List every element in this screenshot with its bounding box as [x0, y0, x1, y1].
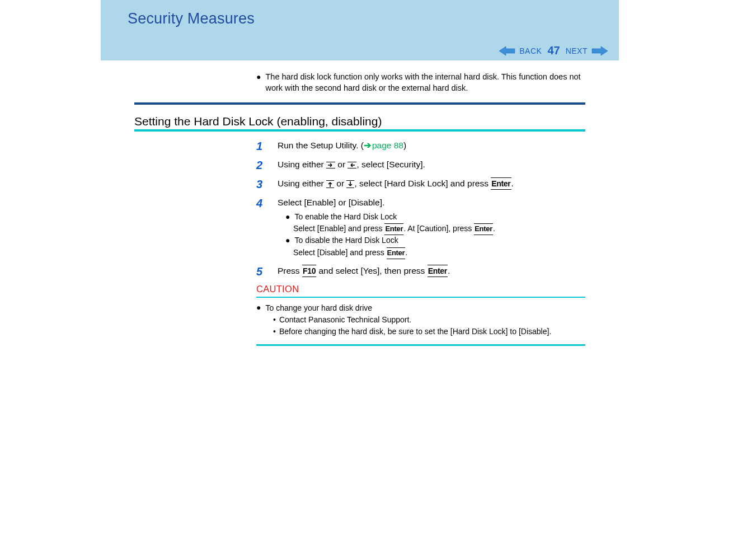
caution-label: CAUTION	[256, 284, 608, 294]
step-text: and select [Yes], then press	[316, 266, 427, 275]
step-text: Using either	[278, 179, 326, 188]
step-text: Select [Enable] and press	[293, 224, 384, 233]
step-5: 5 Press F10 and select [Yes], then press…	[256, 265, 585, 278]
divider-cyan	[134, 129, 585, 132]
step-number: 5	[256, 265, 278, 278]
bullet-icon: ●	[285, 235, 290, 246]
bullet-icon: •	[273, 326, 276, 338]
page-title: Security Measures	[101, 10, 619, 27]
svg-marker-0	[499, 46, 515, 55]
step-body: Press F10 and select [Yes], then press E…	[278, 265, 585, 277]
caution-main-text: To change your hard disk drive	[265, 302, 372, 314]
step-number: 3	[256, 177, 278, 191]
step-text: Select [Enable] or [Disable].	[278, 198, 384, 207]
bullet-icon: •	[273, 314, 276, 326]
bullet-icon: ●	[256, 302, 261, 314]
step-1: 1 Run the Setup Utility. (➔page 88)	[256, 139, 585, 153]
back-button[interactable]: BACK	[519, 46, 542, 55]
next-button[interactable]: NEXT	[566, 46, 588, 55]
step-number: 2	[256, 158, 278, 172]
step-2: 2 Using either or , select [Security].	[256, 158, 585, 172]
f10-key-icon: F10	[302, 265, 316, 277]
step-text: Run the Setup Utility. (	[278, 140, 364, 150]
step-4: 4 Select [Enable] or [Disable]. ● To ena…	[256, 196, 585, 259]
link-arrow-icon: ➔	[364, 140, 371, 150]
section-heading: Setting the Hard Disk Lock (enabling, di…	[134, 115, 608, 128]
page-header: Security Measures BACK 47 NEXT	[101, 0, 619, 60]
bullet-icon: ●	[285, 212, 290, 222]
step-text: .	[493, 224, 495, 233]
page: Security Measures BACK 47 NEXT ● The har…	[0, 0, 650, 346]
bullet-icon: ●	[256, 72, 261, 93]
step-3: 3 Using either or , select [Hard Disk Lo…	[256, 177, 585, 191]
enter-key-icon: Enter	[428, 265, 448, 277]
sub-bullet-text: Select [Enable] and press Enter. At [Cau…	[293, 223, 585, 235]
intro-note: ● The hard disk lock function only works…	[256, 72, 585, 93]
enter-key-icon: Enter	[491, 177, 511, 190]
step-text: , select [Security].	[356, 160, 425, 169]
step-text: . At [Caution], press	[403, 224, 474, 233]
up-arrow-key-icon	[326, 180, 334, 188]
step-number: 4	[256, 196, 278, 210]
divider-dark	[134, 102, 585, 105]
right-arrow-key-icon	[326, 162, 335, 168]
step-text: or	[334, 179, 346, 188]
nav-strip: BACK 47 NEXT	[499, 44, 608, 57]
divider-cyan	[256, 344, 585, 346]
divider-cyan	[256, 297, 585, 298]
step-body: Using either or , select [Security].	[278, 158, 585, 171]
step-text: or	[335, 160, 348, 169]
next-arrow-icon[interactable]	[591, 45, 608, 57]
step-text: Press	[278, 266, 302, 275]
left-arrow-key-icon	[348, 162, 356, 168]
caution-sub-text: Before changing the hard disk, be sure t…	[279, 326, 551, 338]
down-arrow-key-icon	[346, 180, 354, 188]
caution-sub-text: Contact Panasonic Technical Support.	[279, 314, 411, 326]
step-text: .	[405, 248, 407, 257]
step-number: 1	[256, 139, 278, 153]
sub-bullet-text: Select [Disable] and press Enter.	[293, 247, 585, 259]
enter-key-icon: Enter	[384, 223, 403, 235]
step-text: )	[403, 140, 406, 150]
sub-bullet-title: To disable the Hard Disk Lock	[294, 235, 398, 246]
steps-list: 1 Run the Setup Utility. (➔page 88) 2 Us…	[256, 139, 585, 278]
content-area: ● The hard disk lock function only works…	[101, 60, 619, 346]
sub-bullets: ● To enable the Hard Disk Lock Select [E…	[285, 212, 585, 259]
svg-marker-1	[592, 46, 608, 55]
enter-key-icon: Enter	[474, 223, 493, 235]
step-body: Run the Setup Utility. (➔page 88)	[278, 139, 585, 152]
sub-bullet-title: To enable the Hard Disk Lock	[294, 212, 397, 222]
page-number: 47	[547, 44, 560, 57]
step-text: , select [Hard Disk Lock] and press	[354, 179, 491, 188]
step-text: Select [Disable] and press	[293, 248, 387, 257]
step-text: .	[511, 179, 514, 188]
step-body: Using either or , select [Hard Disk Lock…	[278, 177, 585, 190]
intro-note-text: The hard disk lock function only works w…	[265, 72, 585, 93]
back-arrow-icon[interactable]	[499, 45, 516, 57]
page-link[interactable]: page 88	[372, 140, 403, 150]
caution-block: ● To change your hard disk drive • Conta…	[256, 302, 585, 338]
step-body: Select [Enable] or [Disable]. ● To enabl…	[278, 196, 585, 259]
enter-key-icon: Enter	[387, 247, 406, 259]
step-text: Using either	[278, 160, 326, 169]
step-text: .	[448, 266, 450, 275]
